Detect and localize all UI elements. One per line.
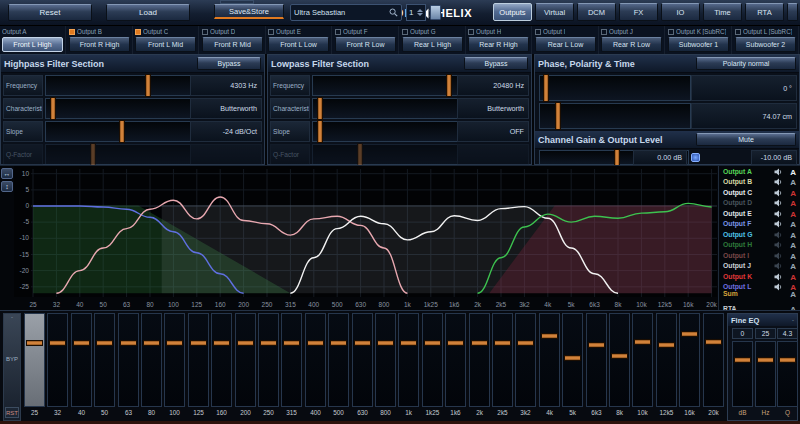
- slider-handle[interactable]: [555, 102, 561, 130]
- frequency-slider[interactable]: [45, 75, 193, 96]
- solo-indicator[interactable]: A: [790, 168, 796, 177]
- channel-button-rear-r-high[interactable]: Rear R High: [468, 37, 529, 52]
- eq-band-slider[interactable]: [235, 313, 256, 407]
- speaker-icon[interactable]: [774, 273, 783, 281]
- link-gain-icon[interactable]: [691, 153, 700, 162]
- output-tab-checkbox[interactable]: [268, 29, 274, 35]
- eq-band-slider[interactable]: [562, 313, 583, 407]
- eq-band-slider[interactable]: [188, 313, 209, 407]
- nav-tab-io[interactable]: IO: [661, 3, 700, 21]
- output-tab-checkbox[interactable]: [135, 29, 141, 35]
- slider-handle[interactable]: [145, 74, 151, 97]
- slider-handle[interactable]: [119, 120, 125, 143]
- eq-band-handle[interactable]: [283, 340, 300, 346]
- channel-row-sum[interactable]: SumA: [723, 290, 798, 300]
- channel-button-front-r-mid[interactable]: Front R Mid: [202, 37, 263, 52]
- eq-band-slider[interactable]: [703, 313, 724, 407]
- eq-band-handle[interactable]: [634, 339, 651, 345]
- slider-handle[interactable]: [317, 120, 323, 143]
- solo-indicator[interactable]: A: [790, 252, 796, 261]
- channel-button-front-r-low[interactable]: Front R Low: [335, 37, 396, 52]
- output-tab-checkbox[interactable]: [69, 29, 75, 35]
- q-factor-slider[interactable]: [45, 144, 193, 165]
- eq-band-handle[interactable]: [517, 340, 534, 346]
- eq-band-slider[interactable]: [632, 313, 653, 407]
- eq-band-slider[interactable]: [656, 313, 677, 407]
- speaker-icon[interactable]: [774, 220, 783, 228]
- output-tab-checkbox[interactable]: [535, 29, 541, 35]
- solo-indicator[interactable]: A: [790, 189, 796, 198]
- eq-band-slider[interactable]: [94, 313, 115, 407]
- channel-row-output-c[interactable]: Output CA: [723, 189, 798, 199]
- eq-band-slider[interactable]: [24, 313, 45, 407]
- eq-band-slider[interactable]: [539, 313, 560, 407]
- slope-slider[interactable]: [312, 121, 460, 142]
- eq-band-slider[interactable]: [515, 313, 536, 407]
- eq-band-handle[interactable]: [564, 355, 581, 361]
- solo-indicator[interactable]: A: [790, 231, 796, 240]
- stepper-arrows-icon[interactable]: [417, 9, 423, 16]
- speaker-icon[interactable]: [774, 241, 783, 249]
- eq-band-slider[interactable]: [47, 313, 68, 407]
- nav-tab-rta[interactable]: RTA: [745, 3, 784, 21]
- nav-tab-outputs[interactable]: Outputs: [493, 3, 532, 21]
- polarity-button[interactable]: Polarity normal: [696, 57, 796, 70]
- eq-band-handle[interactable]: [354, 340, 371, 346]
- channel-row-output-a[interactable]: Output AA: [723, 168, 798, 178]
- eq-band-handle[interactable]: [73, 340, 90, 346]
- fine-eq-collapse-icon[interactable]: -: [792, 317, 794, 323]
- speaker-icon[interactable]: [774, 210, 783, 218]
- speaker-icon[interactable]: [774, 262, 783, 270]
- eq-band-handle[interactable]: [494, 340, 511, 346]
- fine-eq-handle[interactable]: [779, 357, 796, 363]
- characteristic-slider[interactable]: [45, 98, 193, 119]
- eq-band-handle[interactable]: [213, 340, 230, 346]
- eq-band-slider[interactable]: [469, 313, 490, 407]
- solo-indicator[interactable]: A: [790, 199, 796, 208]
- slider-handle[interactable]: [446, 74, 452, 97]
- channel-row-output-d[interactable]: Output DA: [723, 199, 798, 209]
- eq-band-slider[interactable]: [679, 313, 700, 407]
- eq-band-slider[interactable]: [328, 313, 349, 407]
- eq-band-handle[interactable]: [447, 340, 464, 346]
- speaker-icon[interactable]: [774, 231, 783, 239]
- eq-band-handle[interactable]: [260, 340, 277, 346]
- eq-band-slider[interactable]: [141, 313, 162, 407]
- device-number-stepper[interactable]: 1: [406, 4, 426, 21]
- preset-search-field[interactable]: Ultra Sebastian: [290, 4, 402, 21]
- slider-handle[interactable]: [317, 97, 323, 120]
- channel-row-output-k[interactable]: Output KA: [723, 273, 798, 283]
- speaker-icon[interactable]: [774, 199, 783, 207]
- eq-band-slider[interactable]: [586, 313, 607, 407]
- eq-band-handle[interactable]: [26, 340, 43, 346]
- output-tab-checkbox[interactable]: [735, 29, 741, 35]
- channel-button-front-r-high[interactable]: Front R High: [69, 37, 130, 52]
- channel-button-subwoofer-2[interactable]: Subwoofer 2: [735, 37, 796, 52]
- channel-button-rear-l-high[interactable]: Rear L High: [402, 37, 463, 52]
- load-button[interactable]: Load: [106, 4, 190, 21]
- speaker-icon[interactable]: [774, 168, 783, 176]
- output-tab-checkbox[interactable]: [402, 29, 408, 35]
- eq-band-handle[interactable]: [658, 342, 675, 348]
- channel-row-output-f[interactable]: Output FA: [723, 220, 798, 230]
- fine-eq-slider-q[interactable]: [777, 341, 798, 407]
- speaker-icon[interactable]: [774, 178, 783, 186]
- eq-band-slider[interactable]: [258, 313, 279, 407]
- speaker-icon[interactable]: [774, 252, 783, 260]
- save-store-button[interactable]: Save&Store: [214, 4, 284, 19]
- frequency-slider[interactable]: [312, 75, 460, 96]
- output-tab-checkbox[interactable]: [601, 29, 607, 35]
- eq-band-slider[interactable]: [492, 313, 513, 407]
- nav-tab-time[interactable]: Time: [703, 3, 742, 21]
- eq-band-handle[interactable]: [330, 340, 347, 346]
- eq-band-handle[interactable]: [611, 353, 628, 359]
- eq-band-handle[interactable]: [400, 340, 417, 346]
- lowpass-bypass-button[interactable]: Bypass: [464, 57, 528, 70]
- output-tab-checkbox[interactable]: [468, 29, 474, 35]
- eq-band-handle[interactable]: [49, 340, 66, 346]
- document-icon[interactable]: [430, 5, 441, 20]
- slider-handle[interactable]: [90, 143, 96, 166]
- eq-band-slider[interactable]: [609, 313, 630, 407]
- phase-slider[interactable]: [539, 75, 691, 101]
- graph-zoom-horizontal-icon[interactable]: ↔: [1, 168, 13, 179]
